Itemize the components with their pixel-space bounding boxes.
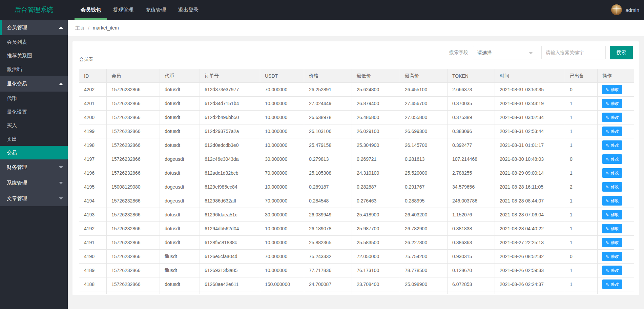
edit-button[interactable]: ✎修改	[602, 210, 622, 219]
column-header-3: 订单号	[200, 69, 260, 83]
sidebar-item-5[interactable]: 代币	[0, 92, 68, 105]
cell-coin: dotusdt	[160, 111, 200, 124]
cell-order-no: 612d2b496bb50	[200, 111, 260, 124]
cell-low-price: 76.173100	[352, 264, 400, 277]
sidebar-item-label: 卖出	[7, 136, 17, 142]
sidebar-item-11[interactable]: 系统管理	[0, 175, 68, 191]
cell-id: 4197	[79, 152, 107, 166]
table-row: 419415726232866dogeusdt612986d632aff70.0…	[79, 194, 635, 208]
edit-button[interactable]: ✎修改	[602, 168, 622, 178]
edit-button-label: 修改	[611, 115, 619, 120]
edit-button[interactable]: ✎修改	[602, 252, 622, 261]
cell-price: 25.105308	[304, 166, 352, 180]
sidebar-item-6[interactable]: 量化设置	[0, 105, 68, 119]
table-row: 420015726232866dotusdt612d2b496bb5010.00…	[79, 111, 635, 124]
sidebar-item-label: 交易	[7, 150, 17, 156]
nav-tab-3[interactable]: 退出登录	[172, 0, 205, 20]
edit-button[interactable]: ✎修改	[602, 224, 622, 233]
cell-actions: ✎修改	[598, 83, 635, 97]
cell-low-price: 25.418900	[352, 208, 400, 222]
cell-high-price: 25.098900	[400, 277, 448, 291]
cell-low-price: 0.269721	[352, 152, 400, 166]
cell-actions: ✎修改	[598, 97, 635, 111]
cell-actions: ✎修改	[598, 180, 635, 194]
avatar[interactable]	[611, 4, 622, 15]
edit-button[interactable]: ✎修改	[602, 85, 622, 94]
nav-tab-1[interactable]: 提现管理	[107, 0, 140, 20]
sidebar-item-8[interactable]: 卖出	[0, 132, 68, 146]
cell-time: 2021-08-28 16:11:05	[495, 180, 565, 194]
cell-token: 2.788255	[448, 166, 495, 180]
sidebar-item-10[interactable]: 财务管理	[0, 159, 68, 175]
cell-token: 34.579656	[448, 180, 495, 194]
sidebar-item-12[interactable]: 文章管理	[0, 191, 68, 206]
cell-member: 15726232866	[107, 236, 160, 250]
sidebar-item-2[interactable]: 推荐关系图	[0, 49, 68, 62]
sidebar-item-3[interactable]: 激活码	[0, 62, 68, 76]
cell-usdt: 10.000000	[260, 124, 304, 138]
sidebar-item-7[interactable]: 买入	[0, 119, 68, 132]
edit-button[interactable]: ✎修改	[602, 140, 622, 150]
edit-button-label: 修改	[611, 184, 619, 190]
sidebar-item-label: 文章管理	[7, 195, 27, 202]
cell-actions: ✎修改	[598, 208, 635, 222]
edit-button[interactable]: ✎修改	[602, 154, 622, 164]
edit-button[interactable]: ✎修改	[602, 99, 622, 108]
cell-id: 4193	[79, 208, 107, 222]
cell-order-no: 612986d632aff	[200, 194, 260, 208]
nav-tab-0[interactable]: 会员钱包	[75, 0, 107, 20]
sidebar-item-label: 会员管理	[7, 24, 27, 31]
table-row-partial	[79, 291, 635, 294]
user-area[interactable]: admin	[611, 0, 639, 20]
cell-coin: dotusdt	[160, 277, 200, 291]
cell-order-no: 61294db562d04	[200, 222, 260, 236]
cell-price: 25.479158	[304, 138, 352, 152]
sidebar-item-label: 量化交易	[7, 81, 27, 87]
table-row: 419015726232866filusdt6126e5cfaa04d70.00…	[79, 250, 635, 264]
edit-button[interactable]: ✎修改	[602, 182, 622, 192]
sidebar-item-label: 买入	[7, 122, 17, 129]
breadcrumb-home-link[interactable]: 主页	[75, 25, 85, 31]
cell-coin: dotusdt	[160, 236, 200, 250]
cell-empty	[352, 291, 400, 294]
edit-button[interactable]: ✎修改	[602, 196, 622, 206]
cell-empty	[107, 291, 160, 294]
cell-member: 15726232866	[107, 83, 160, 97]
sidebar-item-label: 财务管理	[7, 164, 27, 171]
cell-member: 15726232866	[107, 222, 160, 236]
cell-coin: filusdt	[160, 264, 200, 277]
cell-id: 4190	[79, 250, 107, 264]
edit-button[interactable]: ✎修改	[602, 266, 622, 275]
sidebar-item-0[interactable]: 会员管理	[0, 20, 68, 35]
cell-usdt: 70.000000	[260, 166, 304, 180]
column-header-2: 代币	[160, 69, 200, 83]
cell-empty	[400, 291, 448, 294]
edit-button[interactable]: ✎修改	[602, 279, 622, 289]
cell-price: 24.700087	[304, 277, 352, 291]
cell-member: 15726232866	[107, 194, 160, 208]
sidebar-item-1[interactable]: 会员列表	[0, 35, 68, 49]
cell-token: 246.003786	[448, 194, 495, 208]
search-field-label: 搜索字段	[449, 50, 468, 56]
cell-id: 4188	[79, 277, 107, 291]
nav-tab-2[interactable]: 充值管理	[140, 0, 172, 20]
pencil-icon: ✎	[605, 268, 609, 273]
cell-time: 2021-08-26 02:59:33	[495, 264, 565, 277]
cell-id: 4199	[79, 124, 107, 138]
cell-time: 2021-08-31 03:53:35	[495, 83, 565, 97]
cell-order-no: 612c46e3043da	[200, 152, 260, 166]
search-field-select[interactable]: 请选择	[473, 46, 537, 59]
sidebar-item-4[interactable]: 量化交易	[0, 76, 68, 92]
cell-member: 15726232866	[107, 264, 160, 277]
edit-button[interactable]: ✎修改	[602, 238, 622, 247]
breadcrumb-separator: /	[88, 25, 89, 31]
cell-high-price: 0.288995	[400, 194, 448, 208]
sidebar-item-9[interactable]: 交易	[0, 146, 68, 159]
cell-price: 25.882365	[304, 236, 352, 250]
edit-button[interactable]: ✎修改	[602, 127, 622, 136]
cell-high-price: 26.699300	[400, 124, 448, 138]
search-button[interactable]: 搜索	[610, 46, 633, 59]
cell-high-price: 27.456700	[400, 97, 448, 111]
edit-button[interactable]: ✎修改	[602, 113, 622, 122]
search-input[interactable]	[541, 46, 606, 59]
